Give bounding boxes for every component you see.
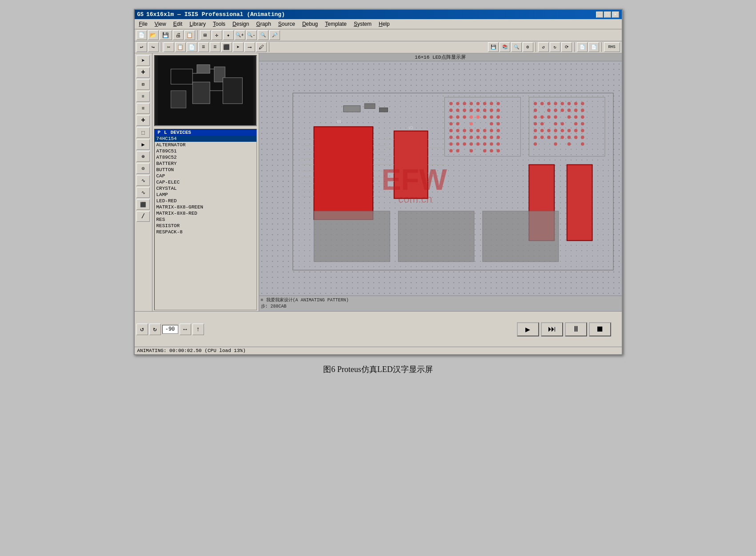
block2-button[interactable]: ≡ — [210, 42, 220, 52]
svg-point-89 — [469, 136, 473, 139]
svg-point-107 — [496, 149, 500, 152]
device-74hc154[interactable]: 74HC154 — [155, 136, 256, 142]
maximize-button[interactable]: □ — [604, 12, 611, 18]
prop-button[interactable]: ⚙ — [523, 42, 533, 52]
tape-tool[interactable]: ⬛ — [136, 199, 150, 210]
step-anim-button[interactable]: ⟶ — [244, 42, 255, 52]
zoom-fit-button[interactable]: 🔍 — [258, 30, 268, 40]
f2-button[interactable]: 📄 — [588, 42, 599, 52]
virtual-tool[interactable]: ⊙ — [136, 163, 150, 174]
svg-point-133 — [554, 122, 557, 126]
device-resistor[interactable]: RESISTOR — [155, 223, 256, 229]
zoom-area-button[interactable]: 🔎 — [269, 30, 280, 40]
save-button[interactable]: 💾 — [160, 30, 172, 40]
device-button[interactable]: BUTTON — [155, 167, 256, 173]
device-list[interactable]: 74HC154 ALTERNATOR AT89C51 AT89C52 BATTE… — [155, 136, 256, 307]
device-crystal[interactable]: CRYSTAL — [155, 185, 256, 192]
device-battery[interactable]: BATTERY — [155, 160, 256, 167]
cross-button[interactable]: ✦ — [223, 30, 234, 40]
menu-debug[interactable]: Debug — [300, 20, 320, 28]
lib-button[interactable]: 📚 — [500, 42, 510, 52]
find-button[interactable]: 🔍 — [511, 42, 522, 52]
save2-button[interactable]: 💾 — [488, 42, 499, 52]
canvas-area[interactable]: 16×16 LED点阵显示屏 — [259, 53, 622, 311]
menu-template[interactable]: Template — [322, 20, 349, 28]
sim-play-button[interactable]: ▶ — [517, 322, 539, 336]
menu-graph[interactable]: Graph — [253, 20, 273, 28]
device-lamp[interactable]: LAMP — [155, 192, 256, 198]
menu-help[interactable]: Help — [376, 20, 392, 28]
flip-h-button[interactable]: ↔ — [180, 324, 191, 335]
f1-button[interactable]: 📄 — [577, 42, 588, 52]
sim-pause-button[interactable]: ⏸ — [565, 322, 587, 336]
rhs-button[interactable]: RHS — [604, 42, 620, 52]
device-alternator[interactable]: ALTERNATOR — [155, 142, 256, 148]
rotation-value[interactable]: -90 — [162, 325, 178, 334]
port-tool[interactable]: ⊕ — [136, 151, 150, 162]
terminal-tool[interactable]: ▶ — [136, 139, 150, 150]
center-panel: P L DEVICES 74HC154 ALTERNATOR AT89C51 A… — [152, 53, 259, 311]
probe-tool[interactable]: ∿ — [136, 187, 150, 198]
cut-button[interactable]: ✂ — [164, 42, 174, 52]
zoom-out-button[interactable]: 🔍- — [246, 30, 257, 40]
sep4 — [536, 42, 536, 52]
device-respack-8[interactable]: RESPACK-8 — [155, 229, 256, 235]
text-tool[interactable]: ≡ — [136, 103, 150, 114]
select-tool[interactable]: ➤ — [136, 55, 150, 66]
wirelabel-tool[interactable]: ≡ — [136, 91, 150, 102]
sim-step-button[interactable]: ⏭ — [541, 322, 563, 336]
open-button[interactable]: 📂 — [148, 30, 159, 40]
r1-button[interactable]: ↺ — [538, 42, 549, 52]
flip-v-button[interactable]: ↑ — [192, 324, 204, 335]
redo-button[interactable]: ↪ — [148, 42, 159, 52]
select1-button[interactable]: ⬛ — [221, 42, 232, 52]
svg-point-82 — [476, 129, 480, 132]
print2-button[interactable]: 📋 — [184, 30, 195, 40]
zoom-in-button[interactable]: 🔍+ — [235, 30, 245, 40]
device-led-red[interactable]: LED-RED — [155, 198, 256, 204]
new-button[interactable]: 📄 — [136, 30, 147, 40]
run-anim-button[interactable]: ➤ — [233, 42, 244, 52]
paste-button[interactable]: 📄 — [187, 42, 197, 52]
menu-tools[interactable]: Tools — [210, 20, 228, 28]
svg-point-85 — [496, 129, 500, 132]
device-at89c52[interactable]: AT89C52 — [155, 154, 256, 160]
junction-tool[interactable]: ⊞ — [136, 79, 150, 90]
menu-file[interactable]: File — [136, 20, 150, 28]
canvas-content[interactable]: U1 U2 EFW com.cn ≡ 我爱我家设计(A ANIMATING PA… — [259, 61, 622, 310]
menu-edit[interactable]: Edit — [171, 20, 185, 28]
minimize-button[interactable]: _ — [596, 12, 603, 18]
menu-design[interactable]: Design — [230, 20, 252, 28]
sim-stop-button[interactable]: ⏹ — [589, 322, 611, 336]
device-cap-elec[interactable]: CAP-ELEC — [155, 179, 256, 185]
menu-view[interactable]: View — [152, 20, 169, 28]
menu-source[interactable]: Source — [276, 20, 298, 28]
rotate-ccw-button[interactable]: ↺ — [136, 324, 148, 335]
device-res[interactable]: RES — [155, 216, 256, 223]
grid-button[interactable]: ⊞ — [200, 30, 211, 40]
draw-button[interactable]: 🖊 — [256, 42, 267, 52]
r2-button[interactable]: ↻ — [550, 42, 560, 52]
device-at89c51[interactable]: AT89C51 — [155, 148, 256, 154]
close-button[interactable]: ✕ — [612, 12, 619, 18]
svg-point-51 — [463, 102, 466, 105]
line-tool[interactable]: / — [136, 211, 150, 222]
device-matrix-8x8-red[interactable]: MATRIX-8X8-RED — [155, 210, 256, 216]
component-tool[interactable]: + — [136, 67, 150, 78]
origin-button[interactable]: ✛ — [212, 30, 222, 40]
device-matrix-8x8-green[interactable]: MATRIX-8X8-GREEN — [155, 204, 256, 210]
signal-tool[interactable]: ∿ — [136, 175, 150, 186]
undo-button[interactable]: ↩ — [136, 42, 147, 52]
subcircuit-tool[interactable]: ⬚ — [136, 127, 150, 138]
rotate-cw-button[interactable]: ↻ — [149, 324, 161, 335]
copy-button[interactable]: 📋 — [175, 42, 186, 52]
r3-button[interactable]: ⟳ — [561, 42, 572, 52]
svg-point-128 — [567, 116, 571, 119]
svg-point-134 — [560, 122, 564, 126]
menu-library[interactable]: Library — [187, 20, 208, 28]
block1-button[interactable]: ≡ — [198, 42, 209, 52]
bus-tool[interactable]: + — [136, 115, 150, 126]
print-button[interactable]: 🖨 — [173, 30, 184, 40]
device-cap[interactable]: CAP — [155, 173, 256, 179]
menu-system[interactable]: System — [351, 20, 374, 28]
